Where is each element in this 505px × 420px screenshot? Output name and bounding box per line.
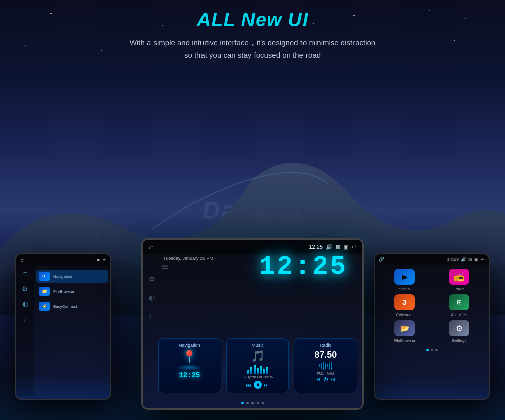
right-time: 14:29 xyxy=(447,257,459,262)
music-card-content: 🎵 07 Hymn For The W ⏮ xyxy=(230,350,286,389)
center-mic-icon: ♪ xyxy=(149,312,155,320)
radio-frequency: 87.50 xyxy=(314,350,337,360)
right-back-icon: ↩ xyxy=(481,257,485,262)
radio-signal-bars xyxy=(319,362,332,370)
calendar-label: Calendar xyxy=(396,312,413,317)
right-dot-1[interactable] xyxy=(426,349,429,351)
radio-label: Radio xyxy=(454,287,465,291)
music-note-icon: 🎵 xyxy=(251,350,265,363)
settings-icon: ⚙ xyxy=(449,320,469,336)
center-left-info: Tuesday, January 02 PM ||| xyxy=(163,256,213,270)
right-vol-icon: 🔊 xyxy=(461,257,466,262)
music-next-icon[interactable]: ⏭ xyxy=(264,382,269,388)
nav-icon: ✈ xyxy=(39,272,50,281)
right-app-settings[interactable]: ⚙ Settings xyxy=(433,320,485,343)
navigation-card[interactable]: Navigation 📍 12:25 xyxy=(158,338,221,393)
right-app-radio[interactable]: 📻 Radio xyxy=(433,269,485,291)
right-app-filebrowser[interactable]: 📂 FileBrowser xyxy=(379,320,430,343)
center-clock-display: 12:25 xyxy=(259,252,356,282)
music-bar-3 xyxy=(254,365,256,374)
music-bar-7 xyxy=(266,367,268,374)
right-dot-3[interactable] xyxy=(435,349,438,351)
music-song-title: 07 Hymn For The W xyxy=(242,375,274,379)
rb-6 xyxy=(329,363,330,369)
music-card-title: Music xyxy=(230,343,286,348)
music-bar-4 xyxy=(257,368,259,374)
rail-icon-settings: ⚙ xyxy=(22,285,28,293)
video-label: Video xyxy=(399,287,410,291)
right-wifi-icon: 🔗 xyxy=(379,257,384,262)
right-status-bar: 🔗 14:29 🔊 ⊠ ▣ ↩ xyxy=(375,254,489,265)
left-status-bar: ⌂ ■ ✦ xyxy=(16,254,110,266)
page-subtitle: With a simple and intuitive interface，it… xyxy=(0,37,505,61)
music-bar-5 xyxy=(260,366,262,374)
music-bar-6 xyxy=(263,369,265,374)
radio-next-btn[interactable]: ⏭ xyxy=(331,377,335,382)
center-screen-icon: ⊠ xyxy=(336,244,340,250)
nav-pin-icon: 📍 xyxy=(182,350,197,364)
left-menu-easyconnect[interactable]: ⚡ EasyConnect xyxy=(36,300,108,313)
music-controls: ⏮ ⏸ ⏭ xyxy=(246,381,269,389)
right-status-left: 🔗 xyxy=(379,257,384,262)
radio-card-content: 87.50 FM1 MHZ xyxy=(297,350,354,382)
center-eq-icon: ||| xyxy=(163,263,213,270)
top-section: ALL New UI With a simple and intuitive i… xyxy=(0,9,505,61)
left-ec-label: EasyConnect xyxy=(53,304,77,309)
music-card[interactable]: Music 🎵 07 Hymn For The W xyxy=(226,338,289,393)
dot-5[interactable] xyxy=(262,402,264,404)
right-dot-2[interactable] xyxy=(431,349,433,351)
filebrowser-icon: 📂 xyxy=(394,320,415,336)
radio-card-title: Radio xyxy=(297,343,354,348)
center-status-right: 12:25 🔊 ⊠ ▣ ↩ xyxy=(309,244,356,250)
device-right-screen: 🔗 14:29 🔊 ⊠ ▣ ↩ ▶ Video � xyxy=(375,254,489,399)
right-pagination-dots xyxy=(375,349,489,351)
right-app-amplifier[interactable]: ⊞ Amplifier xyxy=(433,294,485,317)
left-icon-2: ✦ xyxy=(102,257,106,262)
device-center: ⌂ 12:25 🔊 ⊠ ▣ ↩ Tuesday, January 02 PM |… xyxy=(141,238,364,410)
center-main-content: Tuesday, January 02 PM ||| 12:25 xyxy=(143,254,362,282)
center-time-status: 12:25 xyxy=(309,244,323,250)
center-window-icon: ▣ xyxy=(343,244,348,250)
dot-3[interactable] xyxy=(251,402,254,404)
dot-4[interactable] xyxy=(257,402,259,404)
fb-icon: 📁 xyxy=(39,287,50,296)
left-menu-filebrowser[interactable]: 📁 FileBrowser xyxy=(36,285,108,298)
radio-prev-btn[interactable]: ⏮ xyxy=(316,377,320,382)
dot-2[interactable] xyxy=(246,402,249,404)
left-nav-label: Navigation xyxy=(53,274,72,279)
rb-4 xyxy=(325,363,326,369)
center-cards: Navigation 📍 12:25 Music 🎵 xyxy=(158,338,357,393)
rb-1 xyxy=(319,364,320,368)
right-status-right: 14:29 🔊 ⊠ ▣ ↩ xyxy=(447,257,485,262)
center-home-icon: ⌂ xyxy=(149,243,153,251)
nav-ripple-effect xyxy=(177,365,202,370)
center-side-icons: ⚙ ◐ ♪ xyxy=(149,275,155,320)
filebrowser-label: FileBrowser xyxy=(394,338,415,343)
rail-icon-mic: ♪ xyxy=(23,315,27,323)
music-play-button[interactable]: ⏸ xyxy=(254,381,262,389)
right-app-video[interactable]: ▶ Video xyxy=(379,269,430,291)
center-settings-icon: ⚙ xyxy=(149,275,155,283)
amplifier-icon: ⊞ xyxy=(449,294,469,310)
dot-1[interactable] xyxy=(241,402,244,404)
left-menu-navigation[interactable]: ✈ Navigation xyxy=(36,270,108,283)
center-pagination-dots xyxy=(143,402,362,404)
music-prev-icon[interactable]: ⏮ xyxy=(246,382,251,388)
radio-power-btn[interactable]: ⏻ xyxy=(323,377,328,382)
right-screen-icon: ⊠ xyxy=(468,257,472,262)
radio-card[interactable]: Radio 87.50 FM1 xyxy=(294,338,357,393)
right-app-grid: ▶ Video 📻 Radio 3 Calendar ⊞ Amplifier xyxy=(375,265,489,347)
calendar-icon: 3 xyxy=(394,294,415,310)
nav-card-title: Navigation xyxy=(162,343,218,348)
left-sidebar-content: ≡ ⚙ ◐ ♪ ✈ Navigation 📁 FileBrowser xyxy=(16,266,110,396)
right-window-icon: ▣ xyxy=(474,257,479,262)
music-bar-1 xyxy=(247,370,249,374)
device-left: ⌂ ■ ✦ ≡ ⚙ ◐ ♪ ✈ Navig xyxy=(15,253,111,400)
radio-icon: 📻 xyxy=(449,269,469,285)
rail-icon-eq: ≡ xyxy=(23,270,27,278)
left-icon-rail: ≡ ⚙ ◐ ♪ xyxy=(16,266,34,396)
music-bars xyxy=(247,364,268,374)
center-volume-icon: 🔊 xyxy=(326,244,333,250)
device-right: 🔗 14:29 🔊 ⊠ ▣ ↩ ▶ Video � xyxy=(374,253,490,400)
right-app-calendar[interactable]: 3 Calendar xyxy=(379,294,430,317)
